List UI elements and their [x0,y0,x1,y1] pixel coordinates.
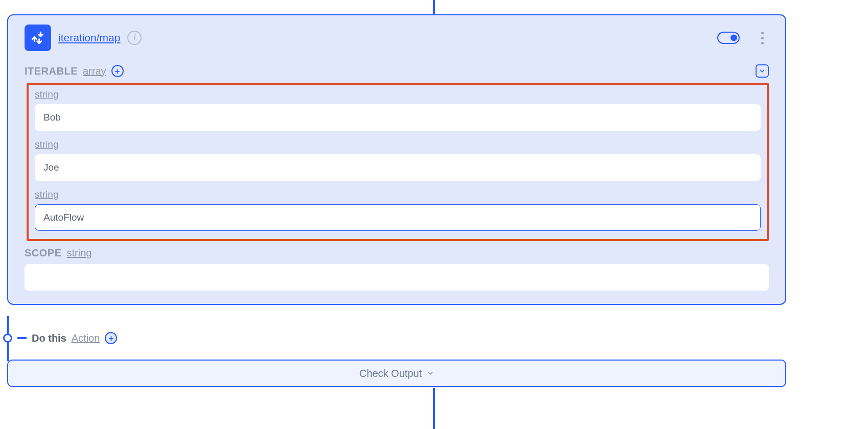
chevron-down-icon [427,370,434,377]
iterable-header-row: ITERABLE array + [25,64,769,78]
scope-input[interactable] [25,264,769,291]
add-iterable-button[interactable]: + [111,65,124,77]
iteration-map-node: iteration/map i ITERABLE array + string … [7,14,786,305]
array-item: string [35,89,761,139]
add-action-button[interactable]: + [105,332,117,344]
iterable-label: ITERABLE [25,65,78,77]
connector-stub [17,337,27,339]
item-value-input[interactable] [35,204,761,231]
array-item: string [35,139,761,189]
node-title-link[interactable]: iteration/map [58,32,120,44]
item-type-link[interactable]: string [35,89,58,100]
check-output-label: Check Output [359,368,422,379]
scope-header-row: SCOPE string [25,247,769,259]
info-icon[interactable]: i [127,31,142,45]
item-type-link[interactable]: string [35,139,58,150]
node-header: iteration/map i [25,25,769,51]
scope-type-link[interactable]: string [67,247,92,259]
toggle-knob [730,35,737,41]
recycle-icon [25,25,51,51]
do-this-row: Do this Action + [3,332,117,344]
item-value-input[interactable] [35,154,761,181]
check-output-button[interactable]: Check Output [7,360,786,387]
connector-line-bottom [433,388,435,429]
collapse-iterable-button[interactable] [756,64,769,78]
item-value-input[interactable] [35,104,761,131]
do-this-label: Do this [32,332,66,344]
item-type-link[interactable]: string [35,189,58,200]
iterable-type-link[interactable]: array [83,65,106,77]
array-item: string [35,189,761,233]
scope-label: SCOPE [25,247,62,259]
node-port[interactable] [3,333,12,343]
more-menu-icon[interactable] [756,29,769,47]
connector-line-top [433,0,435,14]
iterable-items-highlight: string string string [27,83,769,241]
enable-toggle[interactable] [717,32,740,44]
action-link[interactable]: Action [72,332,100,344]
